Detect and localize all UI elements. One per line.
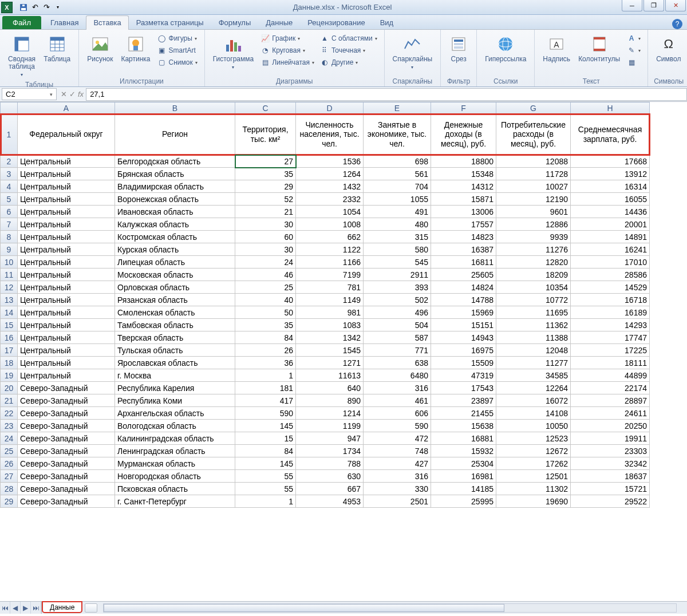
col-header[interactable]: H [571, 102, 650, 114]
cell[interactable]: 15509 [431, 357, 496, 369]
cell[interactable]: 14943 [431, 331, 496, 344]
table-row[interactable]: 25Северо-ЗападныйЛенинградская область84… [1, 445, 650, 457]
cell[interactable]: 2911 [364, 268, 431, 281]
col-header[interactable]: D [296, 102, 364, 114]
tab-insert[interactable]: Вставка [86, 15, 128, 29]
cell[interactable]: 417 [235, 394, 296, 407]
cell[interactable]: 14824 [431, 281, 496, 294]
cell[interactable]: 46 [235, 268, 296, 281]
table-row[interactable]: 21Северо-ЗападныйРеспублика Коми41789046… [1, 394, 650, 407]
pie-chart-button[interactable]: ◔Круговая▾ [259, 45, 315, 56]
cell[interactable]: Липецкая область [115, 256, 235, 268]
row-header[interactable]: 17 [1, 344, 18, 357]
cell[interactable]: 1271 [296, 357, 364, 369]
row-header[interactable]: 26 [1, 457, 18, 470]
row-header[interactable]: 14 [1, 306, 18, 319]
pivottable-button[interactable]: Сводная таблица▾ [6, 33, 38, 80]
cell[interactable]: Северо-Западный [18, 432, 115, 445]
table-row[interactable]: 11ЦентральныйМосковская область467199291… [1, 268, 650, 281]
cell[interactable]: 9939 [496, 231, 571, 243]
row-header[interactable]: 15 [1, 319, 18, 331]
cell[interactable]: 25304 [431, 457, 496, 470]
cell[interactable]: 11388 [496, 331, 571, 344]
cell[interactable]: Вологодская область [115, 420, 235, 432]
cell[interactable]: 393 [364, 281, 431, 294]
cell[interactable]: Новгородская область [115, 470, 235, 483]
table-row[interactable]: 19Центральныйг. Москва111613648047319345… [1, 369, 650, 382]
cell[interactable]: 1545 [296, 344, 364, 357]
cell[interactable]: 24611 [571, 407, 650, 420]
cell[interactable]: 14293 [571, 319, 650, 331]
cell[interactable]: Рязанская область [115, 294, 235, 306]
cell[interactable]: 1734 [296, 445, 364, 457]
cell[interactable]: 545 [364, 256, 431, 268]
cell[interactable]: 20001 [571, 218, 650, 231]
table-button[interactable]: Таблица [41, 33, 73, 64]
cell[interactable]: 44899 [571, 369, 650, 382]
cell[interactable]: 12088 [496, 155, 571, 168]
cell[interactable]: 36 [235, 357, 296, 369]
cell[interactable]: Северо-Западный [18, 394, 115, 407]
cell[interactable]: 667 [296, 483, 364, 495]
cell[interactable]: 11362 [496, 319, 571, 331]
cell[interactable]: 18209 [496, 268, 571, 281]
cell[interactable]: 19911 [571, 432, 650, 445]
cell[interactable]: 890 [296, 394, 364, 407]
clipart-button[interactable]: Картинка [119, 33, 152, 64]
cell[interactable]: 29 [235, 180, 296, 193]
cell[interactable]: Мурманская область [115, 457, 235, 470]
cell[interactable]: 781 [296, 281, 364, 294]
area-chart-button[interactable]: ▲С областями▾ [319, 33, 378, 44]
cell[interactable]: 16981 [431, 470, 496, 483]
sheet-nav-prev-icon[interactable]: ◀ [10, 602, 21, 614]
cell[interactable]: 461 [364, 394, 431, 407]
cell[interactable]: 491 [364, 206, 431, 218]
tab-data[interactable]: Данные [258, 15, 300, 29]
headerfooter-button[interactable]: Колонтитулы [576, 33, 622, 64]
col-header[interactable]: B [115, 102, 235, 114]
cell[interactable]: 16387 [431, 243, 496, 256]
bar-chart-button[interactable]: ▤Линейчатая▾ [259, 57, 315, 68]
cell[interactable]: 16718 [571, 294, 650, 306]
cell[interactable]: 84 [235, 445, 296, 457]
cell[interactable]: Центральный [18, 231, 115, 243]
cell[interactable]: Псковская область [115, 483, 235, 495]
cell[interactable]: 2332 [296, 193, 364, 206]
tab-review[interactable]: Рецензирование [300, 15, 372, 29]
cell[interactable]: 13912 [571, 168, 650, 180]
table-row[interactable]: 14ЦентральныйСмоленская область509814961… [1, 306, 650, 319]
cell[interactable]: 14529 [571, 281, 650, 294]
table-row[interactable]: 20Северо-ЗападныйРеспублика Карелия18164… [1, 382, 650, 394]
slicer-button[interactable]: Срез [447, 33, 471, 64]
table-row[interactable]: 7ЦентральныйКалужская область30100848017… [1, 218, 650, 231]
cell[interactable]: Центральный [18, 155, 115, 168]
restore-button[interactable]: ❐ [643, 0, 664, 11]
cell[interactable]: 15871 [431, 193, 496, 206]
header-cell[interactable]: Регион [115, 114, 235, 155]
header-cell[interactable]: Денежные доходы (в месяц), руб. [431, 114, 496, 155]
cell[interactable]: 315 [364, 231, 431, 243]
cell[interactable]: 17557 [431, 218, 496, 231]
cell[interactable]: Северо-Западный [18, 445, 115, 457]
cell[interactable]: Северо-Западный [18, 483, 115, 495]
row-header[interactable]: 12 [1, 281, 18, 294]
cell[interactable]: 47319 [431, 369, 496, 382]
row-header[interactable]: 8 [1, 231, 18, 243]
row-header[interactable]: 5 [1, 193, 18, 206]
row-header[interactable]: 9 [1, 243, 18, 256]
cell[interactable]: Ленинградская область [115, 445, 235, 457]
cell[interactable]: 1432 [296, 180, 364, 193]
cell[interactable]: Центральный [18, 180, 115, 193]
cell[interactable]: 27 [235, 155, 296, 168]
cell[interactable]: 14436 [571, 206, 650, 218]
cell[interactable]: 12672 [496, 445, 571, 457]
cell[interactable]: 16072 [496, 394, 571, 407]
cell[interactable]: Северо-Западный [18, 407, 115, 420]
cell[interactable]: 145 [235, 457, 296, 470]
cell[interactable]: Центральный [18, 344, 115, 357]
table-row[interactable]: 15ЦентральныйТамбовская область351083504… [1, 319, 650, 331]
cell[interactable]: 1122 [296, 243, 364, 256]
cell[interactable]: Калужская область [115, 218, 235, 231]
cell[interactable]: 1214 [296, 407, 364, 420]
row-header[interactable]: 19 [1, 369, 18, 382]
